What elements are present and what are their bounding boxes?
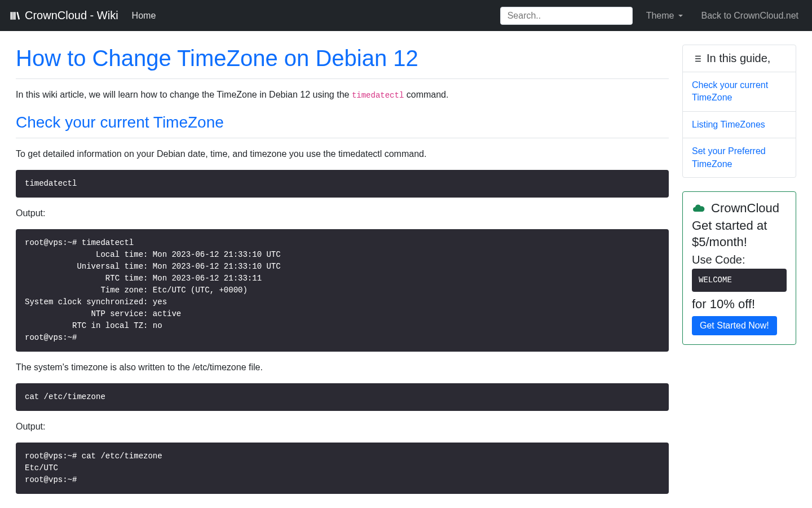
divider bbox=[16, 138, 669, 138]
code-block: root@vps:~# cat /etc/timezone Etc/UTC ro… bbox=[16, 443, 669, 494]
inline-code: timedatectl bbox=[352, 91, 404, 100]
code-block: cat /etc/timezone bbox=[16, 383, 669, 411]
get-started-button[interactable]: Get Started Now! bbox=[692, 316, 777, 335]
promo-code: WELCOME bbox=[692, 269, 787, 292]
promo-use-code-label: Use Code: bbox=[692, 253, 787, 266]
output-label: Output: bbox=[16, 420, 669, 433]
theme-dropdown[interactable]: Theme bbox=[642, 6, 688, 25]
navbar: CrownCloud - Wiki Home Theme Back to Cro… bbox=[0, 0, 812, 31]
search-input[interactable] bbox=[500, 7, 633, 25]
sidebar: In this guide, Check your current TimeZo… bbox=[682, 45, 796, 345]
code-block: timedatectl bbox=[16, 170, 669, 198]
section-check-timezone: Check your current TimeZone bbox=[16, 113, 669, 132]
promo-title: CrownCloud bbox=[692, 201, 787, 216]
article: How to Change TimeZone on Debian 12 In t… bbox=[16, 45, 669, 508]
list-icon bbox=[692, 54, 702, 64]
brand-text: CrownCloud - Wiki bbox=[25, 9, 118, 22]
books-icon bbox=[9, 10, 20, 21]
toc-card: In this guide, Check your current TimeZo… bbox=[682, 45, 796, 178]
cloud-icon bbox=[692, 202, 705, 215]
intro-paragraph: In this wiki article, we will learn how … bbox=[16, 88, 669, 102]
back-link[interactable]: Back to CrownCloud.net bbox=[696, 6, 803, 25]
toc-header: In this guide, bbox=[683, 45, 796, 72]
paragraph: The system's timezone is also written to… bbox=[16, 361, 669, 374]
promo-discount: for 10% off! bbox=[692, 296, 787, 313]
divider bbox=[16, 78, 669, 79]
code-block: root@vps:~# timedatectl Local time: Mon … bbox=[16, 229, 669, 352]
theme-label: Theme bbox=[646, 11, 674, 21]
toc-link-check[interactable]: Check your current TimeZone bbox=[683, 72, 796, 111]
page-title: How to Change TimeZone on Debian 12 bbox=[16, 45, 669, 72]
toc-link-set[interactable]: Set your Preferred TimeZone bbox=[683, 138, 796, 177]
output-label: Output: bbox=[16, 207, 669, 220]
nav-home[interactable]: Home bbox=[127, 6, 161, 25]
promo-card: CrownCloud Get started at $5/month! Use … bbox=[682, 191, 796, 345]
toc-link-listing[interactable]: Listing TimeZones bbox=[683, 111, 796, 138]
section-listing-timezones: Listing TimeZones bbox=[16, 505, 669, 508]
paragraph: To get detailed information on your Debi… bbox=[16, 147, 669, 161]
brand-link[interactable]: CrownCloud - Wiki bbox=[9, 9, 118, 22]
chevron-down-icon bbox=[678, 15, 683, 17]
promo-subtitle: Get started at $5/month! bbox=[692, 218, 787, 250]
